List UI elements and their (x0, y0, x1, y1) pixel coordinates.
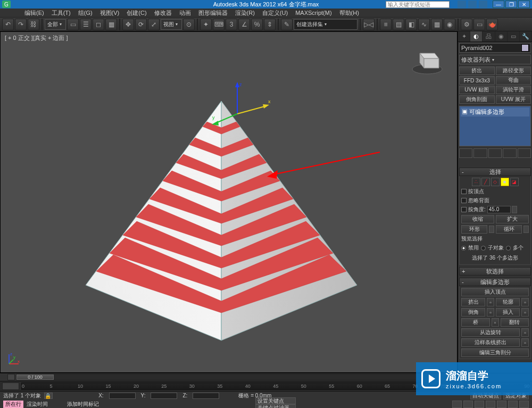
viewport[interactable]: [ + 0 正交 ][真实 + 边面 ] (0, 31, 458, 373)
spinner-snap-button[interactable]: ⇕ (264, 19, 276, 30)
remove-modifier-button[interactable] (503, 148, 516, 158)
bevel-button[interactable]: 倒角 (461, 308, 485, 317)
time-slider-prev[interactable] (7, 374, 15, 380)
playback-play-button[interactable] (463, 401, 473, 408)
curve-editor-button[interactable]: ∿ (418, 19, 430, 30)
ref-coord-dropdown[interactable]: 视图 (161, 19, 182, 30)
configure-sets-button[interactable] (518, 148, 531, 158)
hinge-settings[interactable]: ▫ (521, 328, 529, 337)
rollout-selection-header[interactable]: 选择 (459, 168, 531, 176)
window-crossing-button[interactable]: ▦ (105, 19, 117, 30)
star-icon[interactable] (468, 1, 477, 8)
percent-snap-button[interactable]: % (251, 19, 263, 30)
vertex-level-icon[interactable]: ∴ (472, 178, 480, 186)
mirror-button[interactable]: ▷◁ (363, 19, 375, 30)
angle-spinner[interactable] (512, 206, 517, 213)
named-selection-dropdown[interactable]: 创建选择集 (294, 19, 358, 30)
outline-settings[interactable]: ▫ (521, 298, 529, 306)
loop-button[interactable]: 循环 (496, 225, 522, 234)
mod-btn-turbosmooth[interactable]: 涡轮平滑 (496, 86, 531, 94)
by-angle-checkbox[interactable]: 按角度: 45.0 (461, 206, 529, 213)
nav-orbit-button[interactable] (508, 401, 518, 408)
utilities-tab[interactable]: 🔧 (520, 31, 532, 41)
border-level-icon[interactable]: ◇ (491, 178, 500, 186)
shrink-button[interactable]: 收缩 (461, 215, 494, 223)
scale-button[interactable]: ⤢ (148, 19, 160, 30)
ring-spinner[interactable] (489, 226, 494, 233)
modify-tab[interactable]: ◐ (470, 31, 483, 41)
menu-help[interactable]: 帮助(H) (336, 9, 362, 17)
polygon-level-icon[interactable]: ■ (501, 178, 509, 186)
menu-create[interactable]: 创建(C) (123, 9, 149, 17)
extrude-button[interactable]: 挤出 (461, 298, 485, 306)
mod-btn-ffd[interactable]: FFD 3x3x3 (459, 76, 495, 85)
coord-y-field[interactable] (151, 393, 177, 399)
snap-toggle-button[interactable]: 3 (226, 19, 237, 30)
menu-group[interactable]: 组(G) (75, 9, 96, 17)
extrude-spline-button[interactable]: 沿样条线挤出 (461, 338, 520, 347)
help-icon[interactable] (479, 1, 487, 8)
playback-next-button[interactable] (475, 401, 484, 408)
ignore-backfacing-checkbox[interactable]: 忽略背面 (461, 197, 529, 204)
flip-button[interactable]: 翻转 (501, 318, 529, 327)
preview-off-radio[interactable] (461, 246, 466, 251)
redo-button[interactable]: ↷ (15, 19, 27, 30)
edit-tri-button[interactable]: 编辑三角剖分 (461, 348, 529, 357)
select-name-button[interactable]: ☰ (80, 19, 92, 30)
select-rect-button[interactable]: ◻ (93, 19, 104, 30)
mod-btn-bevelprofile[interactable]: 倒角剖面 (459, 95, 495, 104)
show-end-result-button[interactable] (473, 148, 487, 158)
material-editor-button[interactable]: ◉ (444, 19, 455, 30)
playback-prev-button[interactable] (452, 401, 462, 408)
modifier-stack[interactable]: ▣ 可编辑多边形 (459, 106, 531, 146)
nav-max-button[interactable] (519, 401, 529, 408)
manipulate-button[interactable]: ✦ (200, 19, 212, 30)
align-button[interactable]: ≡ (380, 19, 392, 30)
set-key-button[interactable]: 设置关键点 (255, 397, 296, 404)
insert-vertex-button[interactable]: 插入顶点 (461, 288, 529, 296)
selection-filter-dropdown[interactable]: 全部 (45, 19, 66, 30)
move-button[interactable]: ✥ (122, 19, 134, 30)
nav-zoom-button[interactable] (497, 401, 506, 408)
grow-button[interactable]: 扩大 (496, 215, 529, 223)
window-close[interactable]: ✕ (518, 1, 530, 8)
nav-pan-button[interactable] (486, 401, 495, 408)
preview-multi-radio[interactable] (506, 246, 511, 251)
edge-level-icon[interactable]: ╱ (481, 178, 490, 186)
mod-btn-pathdeform[interactable]: 路径变形 (496, 66, 531, 75)
mod-btn-bend[interactable]: 弯曲 (496, 76, 531, 85)
object-name-field[interactable]: Pyramid002 (459, 43, 531, 53)
key-filters-button[interactable]: 关键点过滤器... (255, 404, 296, 408)
preview-sub-radio[interactable] (481, 246, 486, 251)
time-slider-thumb[interactable]: 0 / 100 (16, 374, 54, 380)
render-frame-button[interactable]: ▭ (473, 19, 485, 30)
connect-icon[interactable] (458, 1, 466, 8)
mod-btn-uvwmap[interactable]: UVW 贴图 (459, 86, 495, 94)
pivot-button[interactable]: ⊙ (183, 19, 195, 30)
angle-snap-button[interactable]: ∠ (238, 19, 250, 30)
modifier-list-dropdown[interactable]: 修改器列表 (459, 55, 531, 64)
by-vertex-checkbox[interactable]: 按顶点 (461, 188, 529, 195)
viewcube[interactable] (408, 43, 446, 76)
menu-modifiers[interactable]: 修改器 (151, 9, 175, 17)
lock-icon[interactable]: 🔒 (44, 393, 53, 399)
render-button[interactable]: 🫖 (486, 19, 498, 30)
extrude-settings[interactable]: ▫ (487, 298, 494, 306)
rotate-button[interactable]: ⟳ (135, 19, 147, 30)
help-search-input[interactable] (386, 1, 450, 8)
motion-tab[interactable]: ◉ (495, 31, 508, 41)
inset-settings[interactable]: ▫ (521, 308, 529, 317)
object-color-swatch[interactable] (521, 44, 529, 52)
hinge-button[interactable]: 从边旋转 (461, 328, 520, 337)
named-sel-edit-button[interactable]: ✎ (281, 19, 293, 30)
schematic-button[interactable]: ▦ (431, 19, 443, 30)
menu-maxscript[interactable]: MAXScript(M) (292, 10, 335, 16)
menu-edit[interactable]: 编辑(E) (21, 9, 47, 17)
select-object-button[interactable]: ▭ (67, 19, 79, 30)
menu-tools[interactable]: 工具(T) (48, 9, 74, 17)
mod-btn-unwrap[interactable]: UVW 展开 (496, 95, 531, 104)
menu-graph-editors[interactable]: 图形编辑器 (195, 9, 231, 17)
undo-button[interactable]: ↶ (2, 19, 14, 30)
rollout-soft-selection-header[interactable]: 软选择 (459, 267, 531, 276)
rollout-edit-polygons-header[interactable]: 编辑多边形 (459, 278, 531, 286)
